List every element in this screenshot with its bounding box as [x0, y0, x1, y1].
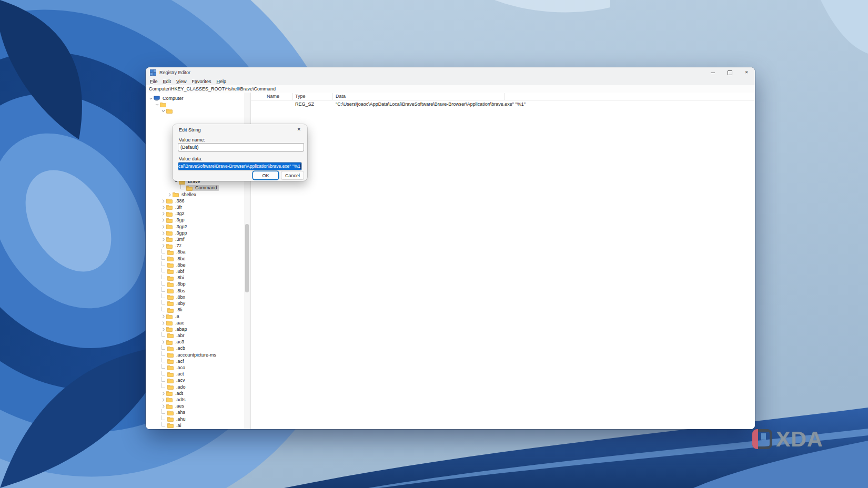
tree-item-acb[interactable]: .acb [162, 345, 187, 352]
tree-connector [162, 415, 165, 420]
chevron-right-icon[interactable] [162, 237, 165, 242]
tree-item-computer[interactable]: Computer [149, 95, 185, 101]
menu-favorites[interactable]: Favorites [189, 79, 214, 84]
value-data-field[interactable]: pData\Local\BraveSoftware\Brave-Browser\… [178, 162, 302, 170]
maximize-button[interactable] [721, 67, 738, 78]
tree-item-8be[interactable]: .8be [162, 262, 187, 268]
chevron-right-icon[interactable] [162, 340, 165, 344]
chevron-right-icon[interactable] [162, 231, 165, 236]
tree-item-3gp2[interactable]: .3gp2 [162, 223, 189, 230]
tree-item-8li[interactable]: .8li [162, 307, 184, 313]
tree-item-ahs[interactable]: .ahs [162, 410, 187, 416]
chevron-right-icon[interactable] [162, 225, 165, 229]
menu-file[interactable]: File [147, 79, 160, 84]
tree-item-label: .aac [174, 320, 186, 326]
chevron-right-icon[interactable] [162, 398, 165, 402]
tree-item-label: .adts [174, 397, 187, 403]
tree-item-8ba[interactable]: .8ba [162, 249, 187, 256]
folder-icon [166, 314, 173, 319]
folder-icon [167, 262, 174, 268]
tree-connector [180, 185, 184, 189]
chevron-right-icon[interactable] [162, 243, 165, 248]
tree-item[interactable] [155, 101, 170, 108]
tree-item-act[interactable]: .act [162, 371, 186, 378]
close-button[interactable]: ✕ [738, 67, 755, 78]
tree-item-386[interactable]: .386 [162, 198, 186, 204]
value-row[interactable]: REG_SZ"C:\Users\joaoc\AppData\Local\Brav… [251, 101, 755, 108]
tree-item-aac[interactable]: .aac [162, 320, 186, 326]
address-bar[interactable]: Computer\HKEY_CLASSES_ROOT\*\shell\Brave… [146, 85, 755, 93]
tree-item-8bx[interactable]: .8bx [162, 294, 187, 300]
tree-item-command[interactable]: Command [180, 185, 219, 191]
value-name-field[interactable]: (Default) [178, 143, 304, 151]
tree-item-3fr[interactable]: .3fr [162, 204, 184, 210]
column-header-name[interactable]: Name [267, 94, 279, 99]
tree-item-ai[interactable]: .ai [162, 422, 183, 429]
tree-item-acf[interactable]: .acf [162, 358, 186, 364]
tree-item-3g2[interactable]: .3g2 [162, 211, 186, 217]
tree-item-7z[interactable]: .7z [162, 243, 183, 249]
folder-icon [173, 192, 179, 197]
tree-item-ahu[interactable]: .ahu [162, 416, 187, 422]
chevron-down-icon[interactable] [162, 109, 165, 114]
folder-icon [167, 288, 174, 293]
column-header-type[interactable]: Type [295, 94, 306, 99]
tree-item-label: .acb [175, 345, 187, 351]
column-separator[interactable] [332, 93, 333, 100]
tree-item-8bc[interactable]: .8bc [162, 256, 187, 262]
tree-item-abr[interactable]: .abr [162, 332, 186, 339]
tree-item-acv[interactable]: .acv [162, 378, 187, 384]
tree-item-8bp[interactable]: .8bp [162, 281, 187, 288]
column-header-data[interactable]: Data [336, 94, 346, 99]
chevron-right-icon[interactable] [162, 321, 165, 326]
dialog-close-button[interactable]: ✕ [295, 126, 302, 133]
tree-item-8by[interactable]: .8by [162, 300, 187, 307]
tree-item-label: .386 [174, 198, 186, 204]
tree-item-adt[interactable]: .adt [162, 390, 185, 396]
menu-view[interactable]: View [174, 79, 189, 84]
ok-button[interactable]: OK [253, 171, 279, 180]
chevron-right-icon[interactable] [162, 391, 165, 396]
tree-item-aes[interactable]: .aes [162, 403, 186, 410]
tree-item-8bf[interactable]: .8bf [162, 268, 186, 274]
tree-item-ac3[interactable]: .ac3 [162, 339, 186, 345]
tree-item-accountpicture-ms[interactable]: .accountpicture-ms [162, 352, 218, 358]
tree-item-a[interactable]: .a [162, 313, 181, 320]
minimize-button[interactable] [704, 67, 721, 78]
window-content: ComputerDecryptcommandBraveCommandshelle… [146, 93, 755, 429]
cancel-button[interactable]: Cancel [281, 171, 304, 180]
menu-edit[interactable]: Edit [160, 79, 174, 84]
chevron-down-icon[interactable] [149, 96, 153, 101]
tree-item-aco[interactable]: .aco [162, 364, 187, 371]
value-type-cell: REG_SZ [295, 101, 314, 107]
tree-item-3mf[interactable]: .3mf [162, 236, 186, 242]
chevron-down-icon[interactable] [155, 103, 159, 107]
chevron-right-icon[interactable] [162, 404, 165, 409]
column-separator[interactable] [292, 93, 293, 100]
chevron-right-icon[interactable] [162, 218, 165, 222]
chevron-right-icon[interactable] [162, 205, 165, 210]
tree-item[interactable] [162, 108, 177, 114]
tree-item-label: .8bs [175, 288, 187, 294]
tree-item-abap[interactable]: .abap [162, 326, 189, 332]
scrollbar-thumb[interactable] [245, 224, 249, 292]
tree-item-8bi[interactable]: .8bi [162, 275, 186, 281]
tree-item-adts[interactable]: .adts [162, 396, 187, 403]
column-separator[interactable] [504, 93, 504, 100]
folder-icon [167, 416, 174, 422]
tree-connector [162, 383, 165, 388]
tree-item-shellex[interactable]: shellex [168, 191, 198, 198]
chevron-right-icon[interactable] [162, 211, 165, 216]
tree-item-3gpp[interactable]: .3gpp [162, 230, 189, 236]
chevron-right-icon[interactable] [162, 327, 165, 332]
chevron-right-icon[interactable] [162, 199, 165, 204]
tree-connector [162, 249, 165, 253]
tree-item-ado[interactable]: .ado [162, 384, 187, 390]
tree-connector [162, 287, 165, 292]
tree-item-8bs[interactable]: .8bs [162, 288, 187, 294]
menu-help[interactable]: Help [214, 79, 229, 84]
chevron-right-icon[interactable] [162, 314, 165, 319]
tree-item-3gp[interactable]: .3gp [162, 217, 186, 223]
chevron-right-icon[interactable] [168, 192, 171, 197]
window-titlebar[interactable]: Registry Editor ✕ [146, 67, 755, 78]
